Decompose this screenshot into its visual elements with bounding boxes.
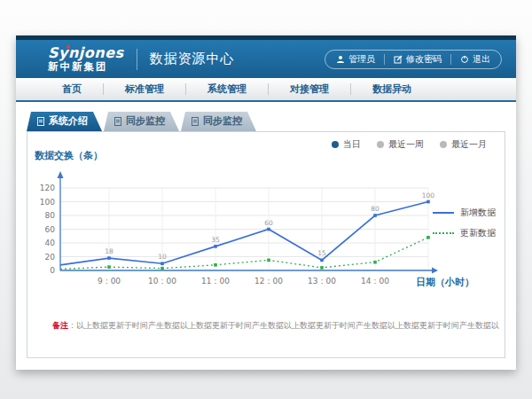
series-0: 181035601580100 [60, 192, 434, 266]
page-title: 数据资源中心 [150, 51, 235, 67]
tab-label: 系统介绍 [49, 112, 88, 131]
svg-text:10：00: 10：00 [148, 277, 176, 286]
document-icon [192, 117, 199, 126]
tab-sync-monitor-2[interactable]: 同步监控 [181, 112, 256, 131]
svg-text:80: 80 [45, 211, 56, 220]
svg-text:15: 15 [317, 249, 326, 257]
company-logo: Synjones 新中新集团 [48, 46, 124, 72]
document-icon [37, 117, 44, 126]
svg-text:35: 35 [211, 236, 220, 244]
svg-text:11：00: 11：00 [201, 277, 230, 286]
user-menu: 管理员 修改密码 退出 [325, 50, 502, 69]
blue-line-icon [433, 212, 454, 214]
nav-item-interface-management[interactable]: 对接管理 [269, 82, 350, 96]
svg-text:13：00: 13：00 [308, 277, 336, 286]
svg-text:14：00: 14：00 [361, 277, 389, 286]
svg-text:10: 10 [158, 253, 167, 261]
svg-text:0: 0 [50, 266, 55, 275]
y-axis-title: 数据交换（条） [34, 150, 103, 161]
svg-text:120: 120 [40, 184, 55, 192]
tab-label: 同步监控 [203, 112, 242, 131]
app-header: Synjones 新中新集团 数据资源中心 管理员 修改密码 [16, 40, 516, 78]
series-1 [60, 236, 430, 270]
change-password-button[interactable]: 修改密码 [394, 53, 442, 66]
footnote: 备注：以上数据更新于时间产生数据以上数据更新于时间产生数据以上数据更新于时间产生… [52, 320, 499, 332]
change-password-label: 修改密码 [406, 53, 442, 66]
document-icon [114, 117, 121, 126]
tab-bar: 系统介绍 同步监控 同步监控 [27, 112, 256, 131]
nav-item-system-management[interactable]: 系统管理 [186, 82, 268, 96]
user-icon [336, 55, 345, 64]
tab-sync-monitor-1[interactable]: 同步监控 [104, 112, 179, 131]
svg-text:9：00: 9：00 [98, 277, 121, 286]
x-axis-title: 日期（小时） [416, 277, 474, 288]
power-icon [460, 55, 469, 64]
edit-icon [394, 55, 403, 64]
svg-text:40: 40 [45, 239, 56, 247]
chart-legend: 新增数据 更新数据 [433, 207, 496, 247]
logout-label: 退出 [473, 53, 490, 66]
logo-text: Synjones [48, 46, 124, 61]
legend-item-updated-data: 更新数据 [433, 227, 496, 239]
main-nav: 首页 标准管理 系统管理 对接管理 数据异动 [16, 78, 516, 102]
svg-text:18: 18 [105, 247, 113, 255]
logo-subtext: 新中新集团 [48, 61, 124, 72]
user-menu-divider [384, 54, 385, 65]
footnote-text: ：以上数据更新于时间产生数据以上数据更新于时间产生数据以上数据更新于时间产生数据… [68, 321, 499, 330]
svg-text:100: 100 [422, 192, 435, 200]
svg-text:100: 100 [40, 198, 55, 207]
legend-label: 新增数据 [460, 207, 496, 219]
user-account-button[interactable]: 管理员 [336, 53, 375, 66]
user-account-label: 管理员 [348, 53, 375, 66]
green-dotted-line-icon [433, 232, 454, 234]
nav-item-data-change[interactable]: 数据异动 [351, 82, 433, 96]
legend-label: 更新数据 [460, 227, 496, 239]
svg-text:80: 80 [371, 205, 379, 213]
tab-label: 同步监控 [126, 112, 165, 131]
legend-item-new-data: 新增数据 [433, 207, 496, 219]
svg-text:60: 60 [264, 219, 273, 227]
tab-system-intro[interactable]: 系统介绍 [27, 112, 102, 131]
app-window: Synjones 新中新集团 数据资源中心 管理员 修改密码 [16, 35, 516, 370]
svg-text:60: 60 [45, 225, 56, 234]
chart-panel: 当日 最近一周 最近一月 0204060801001209：0010：0011：… [27, 131, 505, 358]
line-chart: 0204060801001209：0010：0011：0012：0013：001… [27, 132, 501, 338]
content-area: 系统介绍 同步监控 同步监控 当日 最近一周 [16, 102, 516, 370]
logout-button[interactable]: 退出 [460, 53, 490, 66]
header-divider [137, 49, 137, 70]
nav-item-home[interactable]: 首页 [41, 82, 103, 96]
user-menu-divider [450, 54, 451, 65]
footnote-prefix: 备注 [52, 321, 68, 330]
svg-text:12：00: 12：00 [254, 277, 283, 286]
nav-item-standard-management[interactable]: 标准管理 [104, 82, 185, 96]
svg-text:20: 20 [45, 253, 56, 262]
